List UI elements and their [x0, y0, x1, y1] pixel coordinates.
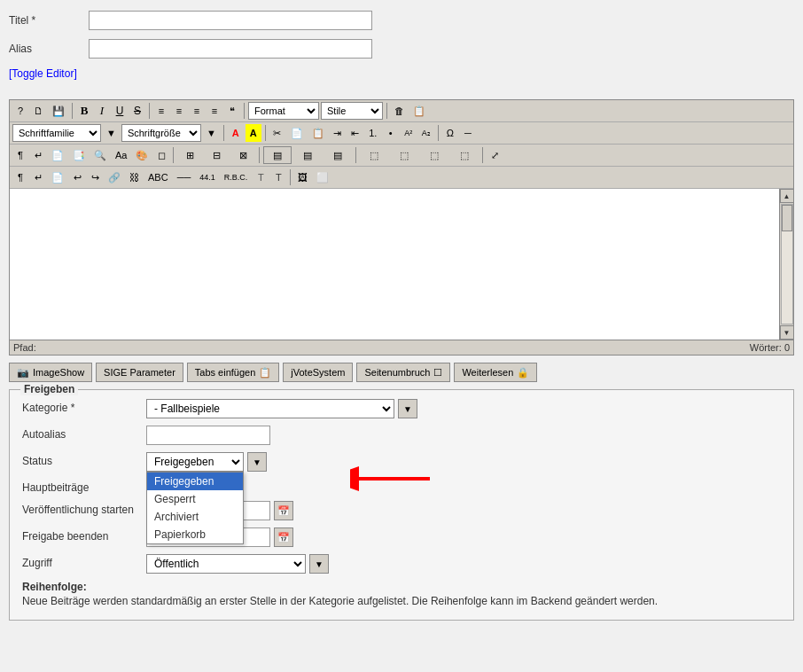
sige-parameter-button[interactable]: SIGE Parameter	[96, 363, 183, 382]
toolbar-row-2: Schriftfamilie ▼ Schriftgröße ▼ A A ✂ 📄 …	[10, 122, 793, 145]
imageshow-button[interactable]: 📷 ImageShow	[9, 363, 92, 382]
eraser-button[interactable]: 🗑	[391, 102, 408, 120]
tb3-frame3[interactable]: ⬚	[420, 146, 448, 164]
tb4-btn1[interactable]: ¶	[12, 168, 28, 186]
tb4-spell[interactable]: ABC	[144, 168, 172, 186]
tb4-num1[interactable]: 44.1	[196, 168, 219, 186]
align-justify-button[interactable]: ≡	[207, 102, 222, 120]
tb3-table3[interactable]: ⊠	[230, 146, 255, 164]
kategorie-control: - Fallbeispiele ▼	[146, 399, 781, 418]
align-left-button[interactable]: ≡	[153, 102, 169, 120]
strikethrough-button[interactable]: S	[129, 102, 145, 120]
stile-select[interactable]: Stile	[321, 102, 383, 120]
save-button[interactable]: 💾	[49, 102, 68, 120]
status-option-gesperrt[interactable]: Gesperrt	[147, 490, 243, 508]
tb4-redo[interactable]: ↪	[87, 168, 103, 186]
sige-label: SIGE Parameter	[104, 367, 175, 378]
tb3-col1[interactable]: ▤	[263, 146, 292, 164]
superscript-button[interactable]: A²	[401, 124, 417, 142]
help-button[interactable]: ?	[12, 102, 28, 120]
tb3-btn2[interactable]: ↵	[30, 146, 46, 164]
font-color-button[interactable]: A	[228, 124, 244, 142]
subscript-button[interactable]: A₂	[418, 124, 434, 142]
status-option-papierkorb[interactable]: Papierkorb	[147, 526, 243, 543]
tb3-col2[interactable]: ▤	[293, 146, 322, 164]
toggle-editor-link[interactable]: [Toggle Editor]	[9, 67, 77, 80]
tb3-btn7[interactable]: 🎨	[132, 146, 152, 164]
tabs-einfuegen-button[interactable]: Tabs einfügen 📋	[187, 363, 280, 382]
kategorie-dropdown-btn[interactable]: ▼	[398, 399, 417, 418]
align-center-button[interactable]: ≡	[171, 102, 187, 120]
alias-input[interactable]	[89, 39, 372, 59]
outdent-button[interactable]: ⇤	[347, 124, 363, 142]
tb4-media[interactable]: 🖼	[294, 168, 311, 186]
paste2-button[interactable]: 📋	[308, 124, 328, 142]
toolbar-row-3: ¶ ↵ 📄 📑 🔍 Aa 🎨 ◻ ⊞ ⊟ ⊠ ▤ ▤ ▤ ⬚ ⬚ ⬚ ⬚ ⤢	[10, 145, 793, 167]
sep8	[173, 147, 174, 163]
tb4-link[interactable]: 🔗	[105, 168, 124, 186]
tb4-undo[interactable]: ↩	[69, 168, 85, 186]
freigabe-beenden-cal-btn[interactable]: 📅	[274, 527, 293, 547]
scroll-down-arrow[interactable]: ▼	[780, 325, 794, 340]
tb4-T2[interactable]: T	[270, 168, 286, 186]
editor-content[interactable]	[10, 189, 779, 340]
veroeffentlichung-cal-btn[interactable]: 📅	[274, 501, 293, 520]
hr-button[interactable]: ─	[460, 124, 476, 142]
weiterlesen-button[interactable]: Weiterlesen 🔒	[454, 363, 537, 382]
status-dropdown-btn[interactable]: ▼	[247, 452, 267, 472]
blockquote-button[interactable]: ❝	[224, 102, 240, 120]
tb4-unlink[interactable]: ⛓	[126, 168, 143, 186]
titel-input[interactable]	[89, 11, 372, 30]
status-option-freigegeben[interactable]: Freigegeben	[147, 473, 243, 490]
tb4-hr2[interactable]: ──	[174, 168, 195, 186]
seitenumbruch-button[interactable]: Seitenumbruch ☐	[356, 363, 450, 382]
tb4-T1[interactable]: T	[253, 168, 269, 186]
tb3-frame2[interactable]: ⬚	[390, 146, 418, 164]
tb3-table1[interactable]: ⊞	[177, 146, 202, 164]
font-family-select[interactable]: Schriftfamilie	[12, 124, 101, 142]
underline-button[interactable]: U	[112, 102, 128, 120]
tb4-source[interactable]: ⬜	[313, 168, 332, 186]
font-size-select[interactable]: Schriftgröße	[121, 124, 201, 142]
cut-button[interactable]: ✂	[269, 124, 285, 142]
indent-button[interactable]: ⇥	[330, 124, 346, 142]
autoalias-input[interactable]	[146, 426, 270, 445]
new-button[interactable]: 🗋	[30, 102, 47, 120]
font-size-dropdown-btn[interactable]: ▼	[203, 124, 220, 142]
tb3-expand[interactable]: ⤢	[487, 146, 503, 164]
tb4-btn2[interactable]: ↵	[30, 168, 46, 186]
tb3-frame4[interactable]: ⬚	[450, 146, 479, 164]
tb3-btn3[interactable]: 📄	[48, 146, 67, 164]
tb3-btn4[interactable]: 📑	[69, 146, 89, 164]
jvotesystem-button[interactable]: jVoteSystem	[283, 363, 353, 382]
tb4-num2[interactable]: R.B.C.	[221, 168, 252, 186]
tb3-btn1[interactable]: ¶	[12, 146, 28, 164]
tb4-btn3[interactable]: 📄	[48, 168, 67, 186]
zugriff-select[interactable]: Öffentlich Registriert Spezial	[146, 554, 306, 574]
bold-button[interactable]: B	[76, 102, 92, 120]
tb3-btn5[interactable]: 🔍	[90, 146, 110, 164]
copy-button[interactable]: 📄	[287, 124, 307, 142]
format-select[interactable]: Format Überschrift 1 Überschrift 2 Übers…	[248, 102, 319, 120]
scroll-up-arrow[interactable]: ▲	[780, 189, 794, 203]
special-char-button[interactable]: Ω	[442, 124, 458, 142]
font-family-dropdown-btn[interactable]: ▼	[103, 124, 120, 142]
align-right-button[interactable]: ≡	[189, 102, 205, 120]
zugriff-dropdown-btn[interactable]: ▼	[309, 554, 329, 574]
italic-button[interactable]: I	[94, 102, 110, 120]
scroll-thumb[interactable]	[782, 205, 792, 231]
tb3-frame1[interactable]: ⬚	[360, 146, 388, 164]
kategorie-select[interactable]: - Fallbeispiele	[146, 399, 394, 418]
paste-button[interactable]: 📋	[409, 102, 429, 120]
tb3-btn8[interactable]: ◻	[153, 146, 169, 164]
list-ol-button[interactable]: 1.	[365, 124, 381, 142]
status-select[interactable]: Freigegeben Gesperrt Archiviert Papierko…	[146, 452, 244, 472]
editor-vscroll: ▲ ▼	[779, 189, 793, 340]
list-ul-button[interactable]: •	[383, 124, 399, 142]
tb3-btn6[interactable]: Aa	[112, 146, 130, 164]
tb3-col3[interactable]: ▤	[324, 146, 352, 164]
highlight-button[interactable]: A	[246, 124, 261, 142]
scroll-track[interactable]	[781, 204, 793, 324]
tb3-table2[interactable]: ⊟	[204, 146, 229, 164]
status-option-archiviert[interactable]: Archiviert	[147, 508, 243, 526]
